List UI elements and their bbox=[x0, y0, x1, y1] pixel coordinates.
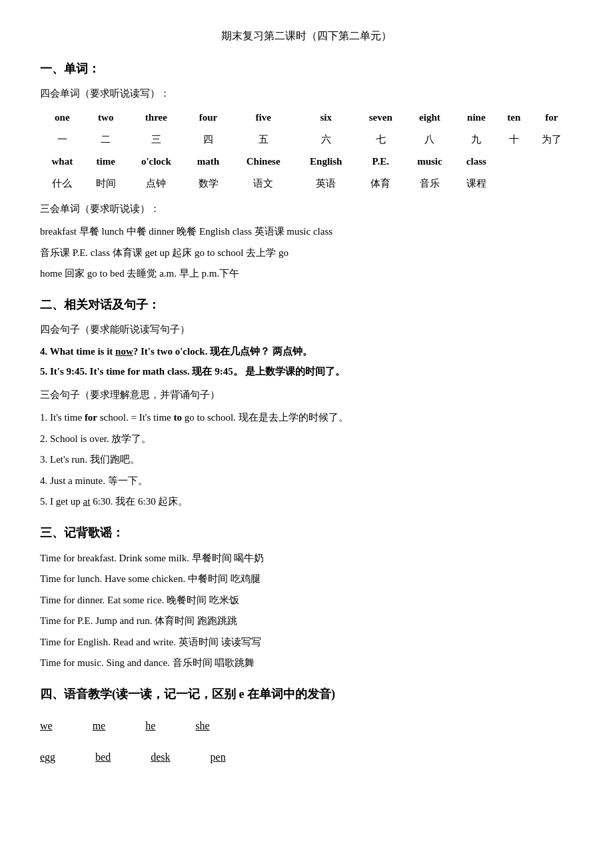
vocab-en-cell: Chinese bbox=[231, 151, 295, 173]
vocab-zh-cell: 四 bbox=[185, 129, 231, 151]
three-sentences: 1. It's time for school. = It's time to … bbox=[40, 408, 573, 511]
vocab-zh-cell: 数学 bbox=[185, 173, 231, 195]
vocab-zh-cell: 五 bbox=[231, 129, 295, 151]
vocab-zh-cell: 十 bbox=[498, 129, 530, 151]
vocab-en-cell: three bbox=[127, 107, 185, 129]
vocab-zh-cell: 英语 bbox=[295, 173, 356, 195]
vocab-en-cell: four bbox=[185, 107, 231, 129]
song-lines: Time for breakfast. Drink some milk. 早餐时… bbox=[40, 549, 573, 673]
vocab-zh-cell: 三 bbox=[127, 129, 185, 151]
vocab-en-cell: one bbox=[40, 107, 85, 129]
vocab-zh-cell: 为了 bbox=[530, 129, 573, 151]
three-sent-line: 1. It's time for school. = It's time to … bbox=[40, 408, 573, 427]
subheading2: 三会单词（要求听说读）： bbox=[40, 200, 573, 218]
vocab-en-cell: music bbox=[404, 151, 455, 173]
vocab-zh-cell: 八 bbox=[404, 129, 455, 151]
three-sent-line: 4. Just a minute. 等一下。 bbox=[40, 471, 573, 491]
vocab-zh-cell: 二 bbox=[85, 129, 127, 151]
vocab-en-cell: five bbox=[231, 107, 295, 129]
sentence2: 5. It's 9:45. It's time for math class. … bbox=[40, 363, 573, 381]
four-sentences: 4. What time is it now? It's two o'clock… bbox=[40, 343, 573, 381]
song-line: Time for breakfast. Drink some milk. 早餐时… bbox=[40, 549, 573, 568]
vocab-en-cell: math bbox=[185, 151, 231, 173]
three-vocab: breakfast 早餐 lunch 中餐 dinner 晚餐 English … bbox=[40, 222, 573, 283]
vocab-zh-cell: 语文 bbox=[231, 173, 295, 195]
vocab-zh-cell: 体育 bbox=[356, 173, 404, 195]
phonics-word: desk bbox=[151, 748, 170, 767]
vocab-en-cell: seven bbox=[356, 107, 404, 129]
three-sent-line: 3. Let's run. 我们跑吧。 bbox=[40, 450, 573, 469]
vocab-zh-cell: 点钟 bbox=[127, 173, 185, 195]
vocab-zh-cell: 音乐 bbox=[404, 173, 455, 195]
phonics-word: me bbox=[93, 717, 106, 736]
song-line: Time for P.E. Jump and run. 体育时间 跑跑跳跳 bbox=[40, 611, 573, 631]
song-line: Time for dinner. Eat some rice. 晚餐时间 吃米饭 bbox=[40, 591, 573, 610]
three-sent-line: 5. I get up at 6:30. 我在 6:30 起床。 bbox=[40, 492, 573, 511]
phonics-row1: wemeheshe bbox=[40, 717, 573, 736]
vocab-zh-cell: 六 bbox=[295, 129, 356, 151]
vocab-en-cell: six bbox=[295, 107, 356, 129]
three-vocab-line: breakfast 早餐 lunch 中餐 dinner 晚餐 English … bbox=[40, 222, 573, 241]
vocab-en-cell: time bbox=[85, 151, 127, 173]
three-sent-heading: 三会句子（要求理解意思，并背诵句子） bbox=[40, 386, 573, 404]
vocab-zh-cell: 什么 bbox=[40, 173, 85, 195]
vocab-table1: onetwothreefourfivesixseveneightninetenf… bbox=[40, 107, 573, 195]
song-line: Time for music. Sing and dance. 音乐时间 唱歌跳… bbox=[40, 653, 573, 673]
three-vocab-line: home 回家 go to bed 去睡觉 a.m. 早上 p.m.下午 bbox=[40, 264, 573, 283]
sentence1: 4. What time is it now? It's two o'clock… bbox=[40, 343, 573, 361]
vocab-zh-cell: 九 bbox=[455, 129, 498, 151]
section3-heading: 三、记背歌谣： bbox=[40, 522, 573, 543]
vocab-en-cell: class bbox=[455, 151, 498, 173]
vocab-en-cell: ten bbox=[498, 107, 530, 129]
phonics-word: we bbox=[40, 717, 53, 736]
vocab-en-cell: two bbox=[85, 107, 127, 129]
phonics-row2: eggbeddeskpen bbox=[40, 748, 573, 767]
phonics-word: he bbox=[145, 717, 155, 736]
vocab-en-cell: o'clock bbox=[127, 151, 185, 173]
song-line: Time for English. Read and write. 英语时间 读… bbox=[40, 633, 573, 652]
vocab-zh-cell: 课程 bbox=[455, 173, 498, 195]
vocab-en-cell: for bbox=[530, 107, 573, 129]
vocab-en-cell: nine bbox=[455, 107, 498, 129]
page-title: 期末复习第二课时（四下第二单元） bbox=[40, 27, 573, 46]
three-sent-line: 2. School is over. 放学了。 bbox=[40, 429, 573, 449]
phonics-word: bed bbox=[95, 748, 111, 767]
three-vocab-line: 音乐课 P.E. class 体育课 get up 起床 go to schoo… bbox=[40, 243, 573, 263]
vocab-zh-cell: 七 bbox=[356, 129, 404, 151]
vocab-zh-cell: 一 bbox=[40, 129, 85, 151]
section2-heading: 二、相关对话及句子： bbox=[40, 294, 573, 315]
vocab-en-cell: eight bbox=[404, 107, 455, 129]
vocab-en-cell: English bbox=[295, 151, 356, 173]
section1-heading: 一、单词： bbox=[40, 58, 573, 79]
phonics-section: wemeheshe eggbeddeskpen bbox=[40, 717, 573, 767]
phonics-word: she bbox=[195, 717, 209, 736]
phonics-word: egg bbox=[40, 748, 55, 767]
vocab-en-cell: P.E. bbox=[356, 151, 404, 173]
vocab-zh-cell: 时间 bbox=[85, 173, 127, 195]
subheading1: 四会单词（要求听说读写）： bbox=[40, 85, 573, 103]
song-line: Time for lunch. Have some chicken. 中餐时间 … bbox=[40, 569, 573, 589]
section4-heading: 四、语音教学(读一读，记一记，区别 e 在单词中的发音) bbox=[40, 683, 573, 705]
four-sent-heading: 四会句子（要求能听说读写句子） bbox=[40, 321, 573, 339]
vocab-en-cell: what bbox=[40, 151, 85, 173]
phonics-word: pen bbox=[211, 748, 226, 767]
